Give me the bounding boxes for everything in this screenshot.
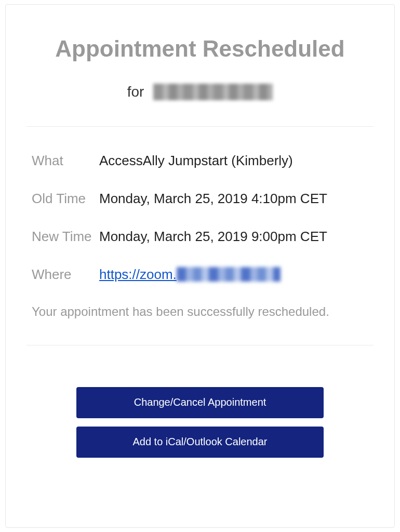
row-old-time: Old Time Monday, March 25, 2019 4:10pm C… bbox=[32, 191, 368, 207]
zoom-link[interactable]: https://zoom. bbox=[99, 267, 177, 283]
what-value: AccessAlly Jumpstart (Kimberly) bbox=[99, 153, 293, 169]
where-label: Where bbox=[32, 267, 99, 283]
old-time-value: Monday, March 25, 2019 4:10pm CET bbox=[99, 191, 327, 207]
appointment-card: Appointment Rescheduled for What AccessA… bbox=[5, 4, 395, 528]
change-cancel-button[interactable]: Change/Cancel Appointment bbox=[76, 387, 324, 418]
row-where: Where https://zoom. bbox=[32, 267, 368, 283]
what-label: What bbox=[32, 153, 99, 169]
confirmation-text: Your appointment has been successfully r… bbox=[26, 304, 374, 319]
divider-bottom bbox=[26, 345, 374, 345]
row-what: What AccessAlly Jumpstart (Kimberly) bbox=[32, 153, 368, 169]
button-stack: Change/Cancel Appointment Add to iCal/Ou… bbox=[26, 387, 374, 458]
page-title: Appointment Rescheduled bbox=[26, 36, 374, 62]
new-time-value: Monday, March 25, 2019 9:00pm CET bbox=[99, 229, 327, 245]
redacted-link-tail bbox=[177, 267, 281, 282]
where-value: https://zoom. bbox=[99, 267, 281, 283]
divider-top bbox=[26, 126, 374, 127]
old-time-label: Old Time bbox=[32, 191, 99, 207]
row-new-time: New Time Monday, March 25, 2019 9:00pm C… bbox=[32, 229, 368, 245]
for-line: for bbox=[26, 83, 374, 100]
add-calendar-button[interactable]: Add to iCal/Outlook Calendar bbox=[76, 427, 324, 458]
new-time-label: New Time bbox=[32, 229, 99, 245]
details-section: What AccessAlly Jumpstart (Kimberly) Old… bbox=[26, 153, 374, 283]
redacted-name bbox=[153, 84, 273, 100]
for-label: for bbox=[127, 84, 144, 100]
